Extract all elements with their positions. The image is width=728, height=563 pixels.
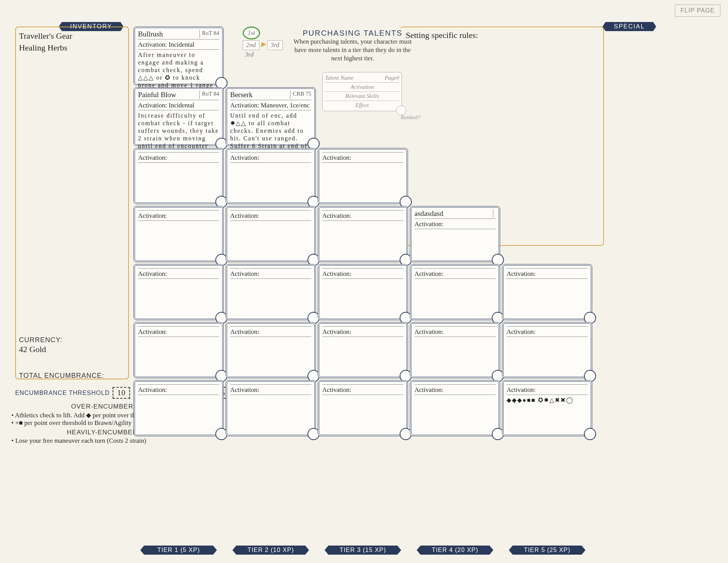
- talent-card[interactable]: Activation:: [226, 380, 316, 436]
- talent-card[interactable]: Activation:: [410, 264, 500, 320]
- talent-effect: Increase difficulty of combat check - if…: [138, 112, 219, 150]
- talent-activation: Activation: Incidental: [138, 102, 219, 110]
- talent-activation: Activation:: [138, 154, 219, 163]
- talent-activation: Activation:: [138, 328, 219, 337]
- talent-card[interactable]: Activation:: [410, 380, 500, 436]
- talent-name[interactable]: Bullrush: [138, 30, 163, 38]
- talent-activation: Activation:: [230, 386, 311, 395]
- talent-effect: ◆◆◆●■■ ✪✹△✖✖◯: [507, 396, 588, 404]
- talent-activation: Activation:: [322, 328, 403, 337]
- talent-activation: Activation:: [507, 270, 588, 279]
- talent-card[interactable]: Activation:: [318, 206, 408, 262]
- talent-name[interactable]: Berserk: [230, 91, 253, 99]
- talent-activation: Activation: Incidental: [138, 41, 219, 50]
- talent-activation: Activation:: [230, 212, 311, 221]
- talent-page: RoT 84: [199, 91, 219, 99]
- talent-activation: Activation:: [414, 386, 496, 395]
- tier-2-label: TIER 2 (10 XP): [232, 546, 309, 555]
- talent-page: RoT 84: [199, 30, 219, 38]
- tier-5-label: TIER 5 (25 XP): [509, 546, 585, 555]
- talent-activation: Activation:: [322, 270, 403, 279]
- talent-activation: Activation: Maneuver, 1ce/enc: [230, 102, 311, 110]
- flip-page-button[interactable]: FLIP PAGE: [675, 5, 720, 17]
- heavy-enc-line1: • Lose your free maneuver each turn (Cos…: [11, 437, 237, 445]
- talent-card[interactable]: Activation:: [226, 264, 316, 320]
- tier-4-label: TIER 4 (20 XP): [417, 546, 493, 555]
- talent-activation: Activation:: [230, 270, 311, 279]
- currency-value[interactable]: 42 Gold: [19, 344, 46, 354]
- talent-card[interactable]: Activation:: [133, 322, 224, 378]
- inventory-panel: [15, 27, 129, 379]
- talent-activation: Activation:: [414, 270, 496, 279]
- talent-activation: Activation:: [230, 328, 311, 337]
- talent-card[interactable]: Activation:: [133, 264, 224, 320]
- talent-card[interactable]: asdasdasdActivation:: [410, 206, 500, 262]
- talent-card[interactable]: Activation:: [133, 380, 224, 436]
- tier-labels: TIER 1 (5 XP) TIER 2 (10 XP) TIER 3 (15 …: [133, 546, 592, 555]
- enc-threshold-label: ENCUMBRANCE THRESHOLD: [15, 390, 110, 396]
- talent-activation: Activation:: [507, 386, 588, 395]
- tier-1-label: TIER 1 (5 XP): [140, 546, 217, 555]
- talent-card[interactable]: Activation:: [502, 322, 592, 378]
- talent-activation: Activation:: [138, 386, 219, 395]
- talent-card[interactable]: Activation:: [226, 322, 316, 378]
- talent-card[interactable]: Activation:: [318, 322, 408, 378]
- talent-grid: BullrushRoT 84Activation: Incidental Aft…: [133, 27, 592, 436]
- talent-activation: Activation:: [414, 220, 496, 229]
- talent-card[interactable]: BerserkCRB 75Activation: Maneuver, 1ce/e…: [226, 87, 316, 146]
- talent-card[interactable]: Activation:: [226, 206, 316, 262]
- total-encumbrance-label: TOTAL ENCUMBRANCE:: [19, 372, 104, 380]
- talent-page: CRB 75: [290, 91, 311, 99]
- talent-activation: Activation:: [138, 270, 219, 279]
- talent-card[interactable]: Activation:: [226, 148, 316, 204]
- talent-card[interactable]: BullrushRoT 84Activation: Incidental Aft…: [133, 27, 224, 85]
- talent-card[interactable]: Activation:: [502, 264, 592, 320]
- talent-card[interactable]: Activation:: [133, 206, 224, 262]
- talent-card[interactable]: Activation:◆◆◆●■■ ✪✹△✖✖◯: [502, 380, 592, 436]
- talent-card[interactable]: Activation:: [318, 380, 408, 436]
- talent-activation: Activation:: [322, 212, 403, 221]
- talent-page: [493, 209, 496, 218]
- tier-3-label: TIER 3 (15 XP): [325, 546, 401, 555]
- talent-card[interactable]: Activation:: [410, 322, 500, 378]
- talent-card[interactable]: Painful BlowRoT 84Activation: Incidental…: [133, 87, 224, 146]
- talent-card[interactable]: Activation:: [318, 148, 408, 204]
- talent-card[interactable]: Activation:: [133, 148, 224, 204]
- talent-rank-dot[interactable]: [584, 428, 596, 440]
- currency-label: CURRENCY:: [19, 336, 63, 344]
- talent-activation: Activation:: [322, 386, 403, 395]
- talent-name[interactable]: Painful Blow: [138, 91, 176, 99]
- talent-activation: Activation:: [230, 154, 311, 163]
- talent-activation: Activation:: [414, 328, 496, 337]
- talent-card[interactable]: Activation:: [318, 264, 408, 320]
- inventory-items[interactable]: Traveller's Gear Healing Herbs: [19, 30, 72, 54]
- talent-name[interactable]: asdasdasd: [414, 209, 443, 218]
- enc-threshold-value[interactable]: 10: [113, 387, 130, 399]
- talent-activation: Activation:: [322, 154, 403, 163]
- special-tab: SPECIAL: [602, 22, 656, 31]
- talent-activation: Activation:: [138, 212, 219, 221]
- talent-activation: Activation:: [507, 328, 588, 337]
